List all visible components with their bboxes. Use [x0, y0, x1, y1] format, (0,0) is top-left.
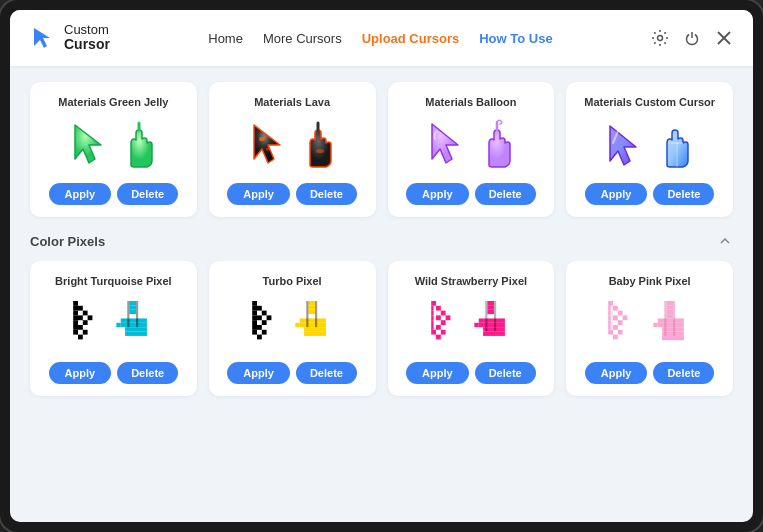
card-turquoise-pixel: Bright Turquoise Pixel [30, 261, 197, 396]
svg-rect-77 [436, 315, 441, 320]
svg-rect-45 [252, 325, 257, 330]
collapse-icon[interactable] [717, 233, 733, 249]
turquoise-arrow-icon [70, 301, 110, 349]
card-title-turquoise-pixel: Bright Turquoise Pixel [55, 275, 172, 287]
nav-home[interactable]: Home [208, 31, 243, 46]
svg-rect-95 [608, 301, 613, 306]
apply-button-custom-cursor[interactable]: Apply [585, 183, 648, 205]
delete-button-turquoise[interactable]: Delete [117, 362, 178, 384]
svg-rect-78 [441, 320, 446, 325]
nav-upload-cursors[interactable]: Upload Cursors [362, 31, 460, 46]
card-title-balloon: Materials Balloon [425, 96, 516, 108]
svg-rect-16 [74, 315, 79, 320]
svg-rect-21 [83, 310, 88, 315]
svg-rect-26 [83, 329, 88, 334]
svg-rect-61 [304, 331, 326, 335]
svg-rect-103 [617, 310, 622, 315]
turquoise-hand-icon [116, 301, 156, 349]
apply-button-green-jelly[interactable]: Apply [49, 183, 112, 205]
svg-rect-110 [610, 305, 612, 329]
delete-button-strawberry[interactable]: Delete [475, 362, 536, 384]
preview-custom-cursor [603, 118, 697, 173]
svg-rect-25 [78, 325, 83, 330]
svg-rect-113 [666, 309, 673, 313]
svg-rect-13 [74, 301, 79, 306]
apply-button-pink[interactable]: Apply [585, 362, 648, 384]
pink-hand-icon [651, 301, 695, 349]
svg-rect-121 [657, 322, 661, 326]
turbo-hand-icon [295, 301, 335, 349]
card-pink-pixel: Baby Pink Pixel [566, 261, 733, 396]
power-icon[interactable] [683, 29, 701, 47]
svg-rect-66 [315, 301, 317, 327]
svg-rect-49 [267, 315, 272, 320]
delete-button-balloon[interactable]: Delete [475, 183, 536, 205]
svg-point-6 [266, 147, 270, 150]
svg-rect-106 [617, 320, 622, 325]
card-title-strawberry-pixel: Wild Strawberry Pixel [415, 275, 527, 287]
lava-arrow-icon [248, 121, 292, 171]
strawberry-hand-icon [474, 301, 514, 349]
svg-rect-53 [262, 329, 267, 334]
card-strawberry-pixel: Wild Strawberry Pixel [388, 261, 555, 396]
apply-button-strawberry[interactable]: Apply [406, 362, 469, 384]
green-jelly-hand-icon [119, 121, 157, 171]
svg-rect-27 [78, 334, 83, 339]
svg-rect-41 [252, 305, 257, 310]
svg-rect-42 [252, 310, 257, 315]
close-icon[interactable] [715, 29, 733, 47]
svg-rect-52 [257, 325, 262, 330]
svg-rect-47 [257, 305, 262, 310]
svg-rect-14 [74, 305, 79, 310]
settings-icon[interactable] [651, 29, 669, 47]
svg-rect-62 [300, 318, 304, 322]
card-title-turbo-pixel: Turbo Pixel [263, 275, 322, 287]
header-icons [651, 29, 733, 47]
svg-rect-55 [309, 301, 316, 305]
logo-icon [30, 24, 58, 52]
svg-rect-109 [613, 334, 618, 339]
pink-arrow-icon [605, 301, 645, 349]
card-buttons-pink: Apply Delete [585, 362, 715, 384]
svg-rect-114 [666, 314, 673, 318]
card-buttons-custom-cursor: Apply Delete [585, 183, 715, 205]
preview-lava [248, 118, 336, 173]
svg-rect-111 [666, 301, 673, 305]
svg-rect-54 [257, 334, 262, 339]
apply-button-balloon[interactable]: Apply [406, 183, 469, 205]
svg-rect-19 [74, 329, 79, 334]
apply-button-lava[interactable]: Apply [227, 183, 290, 205]
delete-button-pink[interactable]: Delete [653, 362, 714, 384]
svg-rect-46 [252, 329, 257, 334]
card-title-green-jelly: Materials Green Jelly [58, 96, 168, 108]
apply-button-turbo[interactable]: Apply [227, 362, 290, 384]
svg-rect-92 [474, 322, 478, 326]
svg-rect-105 [613, 315, 618, 320]
svg-rect-34 [125, 331, 147, 335]
card-buttons-balloon: Apply Delete [406, 183, 536, 205]
delete-button-custom-cursor[interactable]: Delete [653, 183, 714, 205]
svg-rect-107 [613, 325, 618, 330]
nav-how-to-use[interactable]: How To Use [479, 31, 552, 46]
svg-rect-74 [436, 305, 441, 310]
svg-rect-80 [441, 329, 446, 334]
svg-rect-28 [130, 301, 137, 305]
nav: Home More Cursors Upload Cursors How To … [208, 31, 552, 46]
balloon-arrow-icon [425, 119, 471, 173]
nav-more-cursors[interactable]: More Cursors [263, 31, 342, 46]
delete-button-green-jelly[interactable]: Delete [117, 183, 178, 205]
svg-rect-24 [83, 320, 88, 325]
preview-turbo-pixel [249, 297, 335, 352]
svg-rect-38 [128, 301, 130, 327]
delete-button-lava[interactable]: Delete [296, 183, 357, 205]
svg-rect-15 [74, 310, 79, 315]
apply-button-turquoise[interactable]: Apply [49, 362, 112, 384]
delete-button-turbo[interactable]: Delete [296, 362, 357, 384]
svg-point-1 [657, 36, 662, 41]
svg-rect-84 [487, 305, 494, 309]
svg-rect-90 [479, 318, 483, 322]
materials-grid: Materials Green Jelly [30, 82, 733, 217]
card-lava: Materials Lava [209, 82, 376, 217]
svg-rect-76 [445, 315, 450, 320]
custom-cursor-arrow-icon [603, 121, 649, 171]
